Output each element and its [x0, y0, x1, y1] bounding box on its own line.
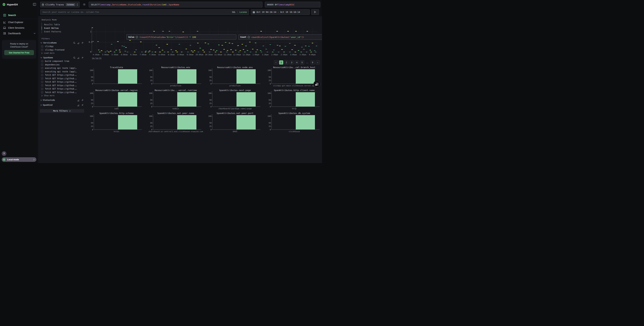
lucene-mode-button[interactable]: Lucene [240, 11, 247, 13]
attribute-chart-spanattributes-db-system[interactable]: SpanAttributes.db.system10050250clickhou… [266, 112, 322, 132]
more-filters-button[interactable]: More filters [40, 109, 84, 113]
filter-option[interactable]: executing api route (app)… [40, 70, 84, 74]
sidebar-item-client-sessions[interactable]: Client Sessions [0, 25, 38, 30]
pagination-page-9[interactable]: 9 [310, 60, 314, 65]
filter-option[interactable]: fetch GET https://github.… [40, 84, 84, 87]
y-axis-tick-label: 25 [89, 102, 93, 104]
pagination-page-3[interactable]: 3 [290, 60, 294, 65]
filter-option[interactable]: dependencies [40, 63, 84, 67]
attribute-chart-resourceattributes-node-env[interactable]: ResourceAttributes.node.env10050250produ… [207, 66, 263, 88]
pagination-next-button[interactable]: › [316, 60, 320, 65]
filter-option[interactable]: clickpy [40, 45, 84, 48]
search-icon[interactable] [73, 42, 76, 44]
sidebar-item-dashboards[interactable]: Dashboards [0, 31, 38, 36]
bar [296, 92, 315, 106]
delta-data-point [98, 50, 100, 50]
attribute-chart-spanattributes-http-client-name[interactable]: SpanAttributes.http.client.name10050250h… [266, 89, 322, 111]
sidebar-item-search[interactable]: Search [0, 13, 38, 18]
help-button[interactable]: ? [2, 151, 6, 156]
delta-data-point [92, 41, 94, 42]
filter-group-header-statuscode[interactable]: StatusCode [40, 98, 84, 102]
bar-chart-icon[interactable] [77, 57, 80, 59]
filter-option[interactable]: build component tree [40, 60, 84, 63]
attribute-chart-spanattributes-net-peer-name[interactable]: SpanAttributes.net.peer.name10050250z5or… [148, 112, 204, 132]
checkbox[interactable] [41, 88, 43, 90]
x-axis-tick-label: 7:00am [140, 54, 146, 56]
filter-option[interactable]: fetch GET https://github.… [40, 73, 84, 77]
filter-option[interactable]: fetch GET https://github.… [40, 87, 84, 91]
x-axis-tick-label: 3:30pm [300, 54, 306, 56]
attribute-chart-resourceattributes-vercel-region[interactable]: ResourceAttributes.vercel.region10050250… [89, 89, 144, 111]
filter-option[interactable]: fetch GET https://github.… [40, 77, 84, 80]
x-axis-tick-label: 2:00pm [271, 54, 278, 56]
pagination-page-5[interactable]: 5 [300, 60, 304, 65]
y-axis-tick [93, 93, 94, 93]
x-axis-tick-label: 11:30am [224, 54, 232, 56]
search-icon[interactable] [73, 57, 76, 59]
delta-data-point [99, 52, 100, 52]
sql-mode-button[interactable]: SQL [232, 11, 236, 13]
checkbox[interactable] [41, 77, 43, 80]
checkbox[interactable] [41, 45, 43, 48]
load-more-button[interactable]: Show more [40, 94, 84, 97]
collapse-sidebar-icon[interactable] [33, 3, 36, 6]
pagination-page-1[interactable]: 1 [279, 60, 283, 65]
load-more-button[interactable]: Load more [40, 52, 84, 55]
sidebar-item-label: Chart Explorer [8, 21, 23, 24]
filter-option[interactable]: executing api route (app)… [40, 66, 84, 70]
checkbox[interactable] [41, 70, 43, 73]
gear-icon[interactable] [83, 3, 86, 7]
attribute-chart-spanattributes-next-page[interactable]: SpanAttributes.next.page10050250/dashboa… [207, 89, 263, 111]
analysis-mode-event-patterns[interactable]: Event Patterns [42, 30, 84, 33]
filter-option[interactable]: fetch GET https://github.… [40, 80, 84, 84]
pin-icon[interactable] [81, 99, 84, 101]
delta-data-point [247, 50, 248, 51]
pin-icon[interactable] [81, 42, 84, 44]
run-query-button[interactable] [311, 9, 319, 15]
delta-data-point [244, 52, 246, 52]
checkbox[interactable] [41, 84, 43, 86]
checkbox[interactable] [41, 60, 43, 62]
sidebar-item-chart-explorer[interactable]: Chart Explorer [0, 20, 38, 25]
delta-data-point [208, 44, 209, 44]
pin-icon[interactable] [81, 57, 84, 59]
local-mode-menu[interactable]: U Local mode [2, 157, 36, 162]
feedback-fab-button[interactable] [314, 81, 320, 88]
analysis-mode-event-deltas[interactable]: Event Deltas [42, 26, 84, 30]
order-by-input[interactable]: ORDER BY Timestamp DESC [265, 2, 320, 8]
event-deltas-chart[interactable]: 10.504:30am5:00am5:30am6:00am6:30am7:00a… [89, 25, 322, 61]
filter-group-header-spankind[interactable]: SpanKind [40, 103, 84, 107]
pagination-prev-button[interactable]: ‹ [274, 60, 278, 65]
pin-icon[interactable] [81, 104, 84, 106]
date-range-picker[interactable]: Oct 10 04:16:14 - Oct 10 16:16:14 [251, 9, 310, 15]
search-input[interactable]: Search your events w/ Lucene ex. column:… [40, 9, 249, 15]
pagination-page-4[interactable]: 4 [295, 60, 299, 65]
attribute-chart-spanattributes-http-scheme[interactable]: SpanAttributes.http.scheme10050250https [89, 112, 144, 132]
attribute-chart-spanattributes-net-peer-port[interactable]: SpanAttributes.net.peer.port100502508443 [207, 112, 263, 132]
filter-group-header-spanname[interactable]: SpanName [40, 56, 84, 60]
checkbox[interactable] [41, 64, 43, 66]
attribute-chart-resourceattributes-env[interactable]: ResourceAttributes.env10050250production [148, 66, 204, 88]
filter-option[interactable]: fetch GET https://github.… [40, 91, 84, 94]
attribute-chart-tracestate[interactable]: TraceState10050250 [89, 66, 144, 88]
bar-chart-icon[interactable] [77, 42, 80, 44]
pagination-page-2[interactable]: 2 [284, 60, 288, 65]
checkbox[interactable] [41, 81, 43, 83]
bar-chart-icon[interactable] [77, 99, 80, 101]
get-started-button[interactable]: Get Started for Free [4, 50, 34, 55]
bar-chart-icon[interactable] [77, 104, 80, 106]
checkbox[interactable] [41, 67, 43, 69]
x-axis-tick-label: 6:00am [121, 54, 128, 56]
filter-option[interactable]: clickpy-frontend [40, 48, 84, 52]
filter-group-header-servicename[interactable]: ServiceName [40, 41, 84, 45]
checkbox[interactable] [41, 91, 43, 93]
data-source-select[interactable]: ClickPy Traces Schema [40, 2, 80, 8]
sql-select-input[interactable]: SELECT Timestamp, ServiceName, StatusCod… [89, 2, 262, 8]
attribute-chart-resourceattribu-vercel-runtime[interactable]: ResourceAttribu...vercel.runtime10050250… [148, 89, 204, 111]
filter-group-name: SpanName [43, 57, 53, 59]
checkbox[interactable] [41, 49, 43, 51]
analysis-mode-results-table[interactable]: Results Table [42, 23, 84, 26]
delta-data-point [191, 51, 192, 51]
checkbox[interactable] [41, 74, 43, 76]
delta-data-point [134, 52, 136, 52]
